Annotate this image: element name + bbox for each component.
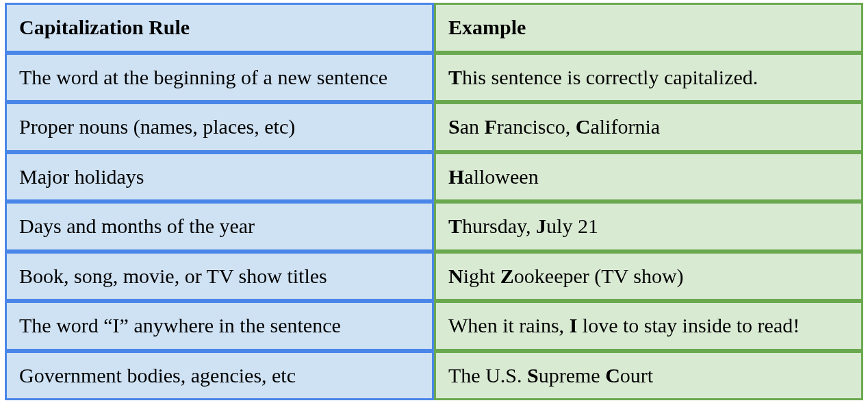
example-cell: Night Zookeeper (TV show) [434,252,863,302]
example-text: love to stay inside to read! [577,314,800,337]
example-cell: San Francisco, California [434,102,863,152]
example-bold: T [448,215,462,237]
example-bold: J [536,215,546,237]
example-bold: H [448,165,464,188]
example-cell: Thursday, July 21 [434,202,863,252]
example-text: ight [463,265,500,287]
example-text: hursday, [462,215,536,237]
rule-cell: Proper nouns (names, places, etc) [5,102,434,152]
example-text: The U.S. [448,364,527,387]
example-cell: Halloween [434,152,863,202]
example-bold: S [527,364,539,387]
example-text: ourt [620,364,653,387]
rule-cell: The word at the beginning of a new sente… [5,53,434,103]
example-bold: S [448,115,460,138]
example-text: his sentence is correctly capitalized. [462,66,758,88]
rule-cell: Government bodies, agencies, etc [5,351,434,401]
example-text: rancisco, [497,115,576,138]
example-bold: I [570,314,578,337]
example-cell: When it rains, I love to stay inside to … [434,301,863,351]
example-text: an [460,115,485,138]
rule-cell: Days and months of the year [5,202,434,252]
example-bold: Z [500,265,514,287]
capitalization-table: Capitalization Rule Example The word at … [5,3,863,400]
rule-cell: Book, song, movie, or TV show titles [5,252,434,302]
example-text: When it rains, [448,314,570,337]
example-text: upreme [539,364,605,387]
header-example: Example [434,3,863,53]
example-bold: C [576,115,591,138]
header-rule: Capitalization Rule [5,3,434,53]
example-text: alifornia [590,115,660,138]
example-bold: F [485,115,497,138]
example-bold: C [605,364,620,387]
example-text: uly 21 [546,215,598,237]
example-cell: This sentence is correctly capitalized. [434,53,863,103]
example-cell: The U.S. Supreme Court [434,351,863,401]
rule-cell: Major holidays [5,152,434,202]
example-text: alloween [464,165,538,188]
example-bold: T [448,66,462,88]
example-text: ookeeper (TV show) [514,265,684,287]
rule-cell: The word “I” anywhere in the sentence [5,301,434,351]
example-bold: N [448,265,463,287]
